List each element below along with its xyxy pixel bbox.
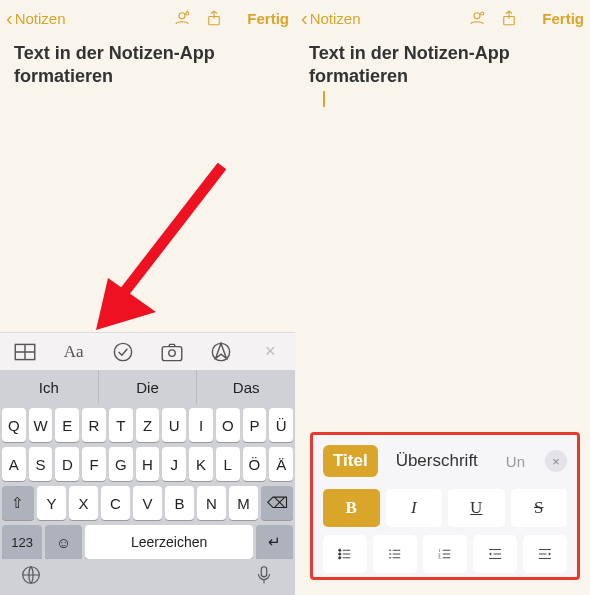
- key-o[interactable]: O: [216, 408, 240, 442]
- key-d[interactable]: D: [55, 447, 79, 481]
- format-panel: Titel Überschrift Un × B I U S 123: [310, 432, 580, 580]
- chevron-left-icon: ‹: [301, 8, 308, 28]
- camera-icon[interactable]: [159, 339, 185, 365]
- share-icon[interactable]: [205, 9, 223, 27]
- key-123[interactable]: 123: [2, 525, 42, 559]
- done-button[interactable]: Fertig: [542, 10, 584, 27]
- keyboard-bottom-bar: [0, 559, 295, 595]
- markup-icon[interactable]: [208, 339, 234, 365]
- collaborate-icon[interactable]: [173, 9, 191, 27]
- text-cursor: [323, 91, 325, 107]
- collaborate-icon[interactable]: [468, 9, 486, 27]
- chevron-left-icon: ‹: [6, 8, 13, 28]
- strike-button[interactable]: S: [511, 489, 568, 527]
- back-label: Notizen: [310, 10, 361, 27]
- key-v[interactable]: V: [133, 486, 162, 520]
- key-t[interactable]: T: [109, 408, 133, 442]
- italic-button[interactable]: I: [386, 489, 443, 527]
- key-z[interactable]: Z: [136, 408, 160, 442]
- key-n[interactable]: N: [197, 486, 226, 520]
- nav-bar: ‹ Notizen Fertig: [295, 0, 590, 36]
- indent-right-icon[interactable]: [523, 535, 567, 573]
- svg-point-6: [169, 349, 176, 356]
- key-u[interactable]: U: [162, 408, 186, 442]
- key-m[interactable]: M: [229, 486, 258, 520]
- key-b[interactable]: B: [165, 486, 194, 520]
- mic-icon[interactable]: [253, 564, 275, 590]
- back-button[interactable]: ‹ Notizen: [6, 8, 173, 28]
- key-s[interactable]: S: [29, 447, 53, 481]
- globe-icon[interactable]: [20, 564, 42, 590]
- prediction-bar: Ich Die Das: [0, 370, 295, 404]
- svg-text:3: 3: [438, 555, 441, 560]
- key-return[interactable]: ↵: [256, 525, 293, 559]
- nav-bar: ‹ Notizen Fertig: [0, 0, 295, 36]
- table-icon[interactable]: [12, 339, 38, 365]
- key-y[interactable]: Y: [37, 486, 66, 520]
- key-g[interactable]: G: [109, 447, 133, 481]
- key-e[interactable]: E: [55, 408, 79, 442]
- svg-rect-9: [261, 567, 267, 577]
- key-w[interactable]: W: [29, 408, 53, 442]
- underline-button[interactable]: U: [448, 489, 505, 527]
- note-title: Text in der Notizen-App formatieren: [309, 42, 576, 87]
- note-body[interactable]: Text in der Notizen-App formatieren: [295, 36, 590, 121]
- keyboard: QWERTZUIOPÜ ASDFGHJKLÖÄ ⇧YXCVBNM⌫ 123 ☺ …: [0, 404, 295, 566]
- format-style-title[interactable]: Titel: [323, 445, 378, 477]
- note-body[interactable]: Text in der Notizen-App formatieren: [0, 36, 295, 93]
- key-c[interactable]: C: [101, 486, 130, 520]
- bullet-list-icon[interactable]: [323, 535, 367, 573]
- prediction-1[interactable]: Ich: [0, 370, 99, 404]
- close-toolbar-icon[interactable]: ×: [257, 341, 283, 362]
- key-a[interactable]: A: [2, 447, 26, 481]
- key-l[interactable]: L: [216, 447, 240, 481]
- key-q[interactable]: Q: [2, 408, 26, 442]
- back-label: Notizen: [15, 10, 66, 27]
- svg-rect-5: [162, 346, 182, 360]
- indent-left-icon[interactable]: [473, 535, 517, 573]
- bold-button[interactable]: B: [323, 489, 380, 527]
- svg-point-16: [339, 553, 341, 555]
- svg-point-7: [213, 343, 230, 360]
- svg-point-0: [179, 13, 185, 19]
- key-p[interactable]: P: [243, 408, 267, 442]
- svg-point-12: [474, 13, 480, 19]
- screenshot-left: ‹ Notizen Fertig Text in der Notizen-App…: [0, 0, 295, 595]
- svg-point-13: [481, 12, 484, 15]
- keyboard-toolbar: Aa ×: [0, 332, 295, 370]
- format-style-heading[interactable]: Überschrift: [386, 445, 488, 477]
- key-x[interactable]: X: [69, 486, 98, 520]
- key-backspace[interactable]: ⌫: [261, 486, 293, 520]
- key-ä[interactable]: Ä: [269, 447, 293, 481]
- key-emoji[interactable]: ☺: [45, 525, 82, 559]
- key-f[interactable]: F: [82, 447, 106, 481]
- svg-point-4: [114, 343, 131, 360]
- done-button[interactable]: Fertig: [247, 10, 289, 27]
- key-ü[interactable]: Ü: [269, 408, 293, 442]
- key-shift[interactable]: ⇧: [2, 486, 34, 520]
- svg-point-15: [339, 549, 341, 551]
- svg-point-17: [339, 557, 341, 559]
- text-format-button[interactable]: Aa: [61, 342, 87, 362]
- note-title: Text in der Notizen-App formatieren: [14, 42, 281, 87]
- key-space[interactable]: Leerzeichen: [85, 525, 253, 559]
- number-list-icon[interactable]: 123: [423, 535, 467, 573]
- key-ö[interactable]: Ö: [243, 447, 267, 481]
- key-k[interactable]: K: [189, 447, 213, 481]
- close-icon[interactable]: ×: [545, 450, 567, 472]
- back-button[interactable]: ‹ Notizen: [301, 8, 468, 28]
- key-r[interactable]: R: [82, 408, 106, 442]
- dash-list-icon[interactable]: [373, 535, 417, 573]
- key-h[interactable]: H: [136, 447, 160, 481]
- svg-point-1: [186, 12, 189, 15]
- checklist-icon[interactable]: [110, 339, 136, 365]
- key-j[interactable]: J: [162, 447, 186, 481]
- share-icon[interactable]: [500, 9, 518, 27]
- format-style-subheading-truncated[interactable]: Un: [496, 447, 535, 476]
- key-i[interactable]: I: [189, 408, 213, 442]
- prediction-3[interactable]: Das: [197, 370, 295, 404]
- prediction-2[interactable]: Die: [99, 370, 198, 404]
